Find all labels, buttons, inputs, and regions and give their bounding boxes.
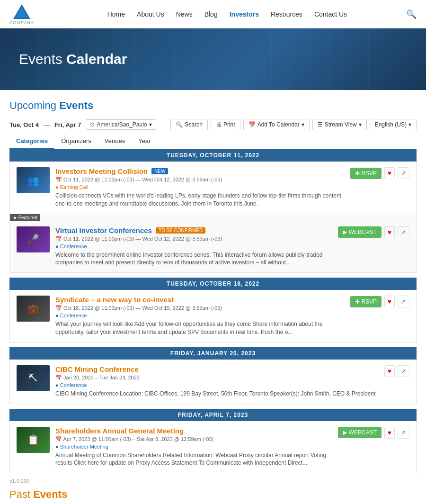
nav-news[interactable]: News <box>176 10 193 18</box>
filter-tabs: Categories Organizers Venues Year <box>9 134 417 149</box>
filter-date-separator: — <box>44 121 50 128</box>
stream-icon: ☰ <box>318 121 323 128</box>
webcast-button[interactable]: ▶ WEBCAST <box>338 427 382 438</box>
event-title[interactable]: Shareholders Annual General Meeting <box>55 427 184 435</box>
nav-about[interactable]: About Us <box>137 10 164 18</box>
past-events-title: Past Events <box>9 488 417 501</box>
event-date: 📅 Oct 11, 2022 @ 11:00pm (-03) — Wed Oct… <box>55 236 332 242</box>
filter-row: Tue, Oct 4 — Fri, Apr 7 ⊙ America/Sao_Pa… <box>9 119 417 130</box>
stream-view-button[interactable]: ☰ Stream View ▾ <box>312 119 367 130</box>
event-tag: ● Conference <box>55 313 345 318</box>
event-thumbnail: 📋 <box>17 427 50 453</box>
event-thumbnail: 👥 <box>17 167 50 193</box>
logo-icon <box>13 3 31 20</box>
search-filter-button[interactable]: 🔍 Search <box>170 119 208 130</box>
nav-investors[interactable]: Investors <box>230 10 259 18</box>
tab-venues[interactable]: Venues <box>98 134 132 149</box>
event-actions: ✚ RSVP ♥ ↗ <box>350 167 409 179</box>
hero-title: Events Calendar <box>19 51 127 67</box>
favorite-button[interactable]: ♥ <box>384 167 395 179</box>
event-title[interactable]: Investors Meeting Collision <box>55 167 148 175</box>
event-date: 📅 Apr 7, 2023 @ 11:00am (-03) – Sat Apr … <box>55 436 332 442</box>
event-thumbnail: ⛏ <box>17 365 50 391</box>
chevron-down-icon: ▾ <box>149 121 152 128</box>
share-button[interactable]: ↗ <box>398 365 409 377</box>
event-card-featured: ★ Featured 🎤 Virtual Investor Conference… <box>9 214 417 273</box>
favorite-button[interactable]: ♥ <box>384 365 395 377</box>
webcast-button[interactable]: ▶ WEBCAST <box>338 226 382 238</box>
nav-home[interactable]: Home <box>107 10 125 18</box>
event-date: 📅 Oct 11, 2022 @ 11:00pm (-03) — Wed Oct… <box>55 177 345 183</box>
event-desc: Collision connects VCs with the world's … <box>55 192 345 208</box>
chevron-down-icon: ▾ <box>408 121 411 128</box>
event-card: ⛏ CIBC Mining Conference 📅 Jan 20, 2023 … <box>9 360 417 404</box>
event-desc: What your journey will look like Add you… <box>55 320 345 336</box>
event-body: Syndicate – a new way to co-invest 📅 Oct… <box>55 296 345 336</box>
nav-contact[interactable]: Contact Us <box>314 10 347 18</box>
search-icon: 🔍 <box>176 121 183 128</box>
favorite-button[interactable]: ♥ <box>384 226 395 238</box>
tab-categories[interactable]: Categories <box>9 134 54 149</box>
event-body: CIBC Mining Conference 📅 Jan 20, 2023 – … <box>55 365 379 398</box>
filter-date-to: Fri, Apr 7 <box>54 121 81 128</box>
event-date-header-1: TUESDAY, OCTOBER 11, 2022 <box>9 149 417 162</box>
version-label: v1.0.200 <box>9 478 417 484</box>
share-button[interactable]: ↗ <box>398 427 409 439</box>
timezone-selector[interactable]: ⊙ America/Sao_Paulo ▾ <box>86 119 156 130</box>
event-body: Shareholders Annual General Meeting 📅 Ap… <box>55 427 332 468</box>
language-selector[interactable]: English (US) ▾ <box>370 119 417 130</box>
nav-resources[interactable]: Resources <box>271 10 302 18</box>
event-group-1: TUESDAY, OCTOBER 11, 2022 👥 Investors Me… <box>9 149 417 273</box>
event-actions: ▶ WEBCAST ♥ ↗ <box>338 427 409 439</box>
filter-actions: 🔍 Search 🖨 Print 📅 Add To Calendar ▾ ☰ S… <box>170 119 417 130</box>
search-button[interactable]: 🔍 <box>406 9 417 19</box>
event-badge-confirm: TO BE CONFIRMED <box>156 227 205 234</box>
nav-links: Home About Us News Blog Investors Resour… <box>48 10 406 18</box>
event-desc: Welcome to the preeminent online investo… <box>55 251 332 267</box>
tab-organizers[interactable]: Organizers <box>54 134 98 149</box>
event-date-header-2: TUESDAY, OCTOBER 18, 2022 <box>9 278 417 290</box>
share-button[interactable]: ↗ <box>398 167 409 179</box>
favorite-button[interactable]: ♥ <box>384 296 395 307</box>
event-thumbnail: 🎤 <box>17 226 50 252</box>
logo[interactable]: COMPANY <box>9 3 34 25</box>
event-desc: Annual Meeting of Common Shareholders Re… <box>55 451 332 468</box>
event-title[interactable]: Syndicate – a new way to co-invest <box>55 296 174 304</box>
event-group-2: TUESDAY, OCTOBER 18, 2022 💼 Syndicate – … <box>9 278 417 342</box>
share-button[interactable]: ↗ <box>398 296 409 307</box>
navbar: COMPANY Home About Us News Blog Investor… <box>0 0 426 28</box>
featured-badge: ★ Featured <box>10 214 40 221</box>
event-date-header-3: FRIDAY, JANUARY 20, 2023 <box>9 347 417 360</box>
event-card: 📋 Shareholders Annual General Meeting 📅 … <box>9 421 417 474</box>
hero-banner: Events Calendar <box>0 28 426 90</box>
tab-year[interactable]: Year <box>132 134 157 149</box>
event-date-header-4: FRIDAY, APRIL 7, 2023 <box>9 409 417 421</box>
event-date: 📅 Oct 18, 2022 @ 11:00pm (-03) — Wed Oct… <box>55 305 345 311</box>
event-body: Investors Meeting Collision NEW 📅 Oct 11… <box>55 167 345 208</box>
event-tag: ● Conference <box>55 382 379 388</box>
print-icon: 🖨 <box>216 121 222 128</box>
event-tag: ● Earning Call <box>55 184 345 190</box>
print-button[interactable]: 🖨 Print <box>211 119 240 130</box>
globe-icon: ⊙ <box>90 121 95 128</box>
event-tag: ● Conference <box>55 243 332 249</box>
calendar-icon: 📅 <box>248 121 256 128</box>
event-actions: ▶ WEBCAST ♥ ↗ <box>338 226 409 238</box>
event-title[interactable]: CIBC Mining Conference <box>55 365 139 373</box>
event-badge-new: NEW <box>151 168 168 174</box>
chevron-down-icon: ▾ <box>359 121 362 128</box>
rsvp-button[interactable]: ✚ RSVP <box>350 168 382 179</box>
chevron-down-icon: ▾ <box>302 121 304 128</box>
favorite-button[interactable]: ♥ <box>384 427 395 439</box>
event-card: 💼 Syndicate – a new way to co-invest 📅 O… <box>9 290 417 342</box>
add-calendar-button[interactable]: 📅 Add To Calendar ▾ <box>243 119 310 130</box>
event-group-4: FRIDAY, APRIL 7, 2023 📋 Shareholders Ann… <box>9 409 417 474</box>
rsvp-button[interactable]: ✚ RSVP <box>350 296 382 307</box>
event-group-3: FRIDAY, JANUARY 20, 2023 ⛏ CIBC Mining C… <box>9 347 417 404</box>
event-body: Virtual Investor Conferences TO BE CONFI… <box>55 226 332 267</box>
nav-blog[interactable]: Blog <box>204 10 218 18</box>
event-title[interactable]: Virtual Investor Conferences <box>55 226 152 234</box>
share-button[interactable]: ↗ <box>398 226 409 238</box>
event-desc: CIBC Mining Conference Location: CIBC Of… <box>55 390 379 398</box>
event-actions: ♥ ↗ <box>384 365 409 377</box>
